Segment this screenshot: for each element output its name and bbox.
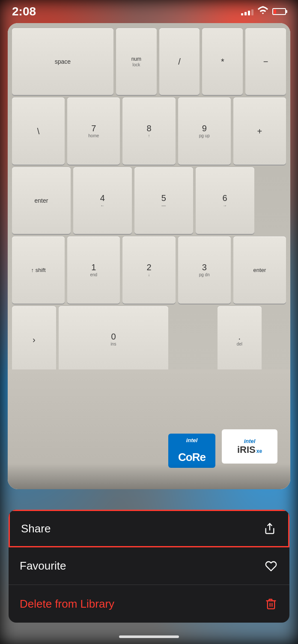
delete-action-item[interactable]: Delete from Library xyxy=(9,585,289,623)
delete-label: Delete from Library xyxy=(20,597,114,611)
key-4: 4 ← xyxy=(73,167,132,234)
key-plus: + xyxy=(233,97,286,164)
key-shift: ↑ shift xyxy=(12,236,65,303)
key-2: 2 ↓ xyxy=(122,236,175,303)
signal-icon xyxy=(241,8,253,15)
key-slash: / xyxy=(159,28,200,95)
intel-iris-sticker: intel iRIS xe xyxy=(222,429,277,464)
key-asterisk: * xyxy=(202,28,243,95)
key-numlock: num lock xyxy=(116,28,157,95)
action-sheet-container: Share Favourite Delete from Library xyxy=(0,510,298,644)
status-time: 2:08 xyxy=(12,5,36,18)
key-9: 9 pg up xyxy=(178,97,231,164)
key-1: 1 end xyxy=(67,236,120,303)
photo-frame: space num lock / * − \ xyxy=(8,23,290,489)
key-dot: . del xyxy=(218,306,262,373)
intel-core-sticker: intel CoRe xyxy=(168,434,215,468)
key-enter-left: enter xyxy=(12,167,71,234)
key-3: 3 pg dn xyxy=(178,236,231,303)
heart-icon xyxy=(264,559,278,573)
key-8: 8 ↑ xyxy=(122,97,175,164)
key-minus: − xyxy=(245,28,286,95)
status-icons xyxy=(241,5,286,19)
photo-gradient-overlay xyxy=(8,464,290,489)
key-6: 6 → xyxy=(196,167,254,234)
key-5: 5 — xyxy=(134,167,193,234)
key-arrow-right: › xyxy=(12,306,56,373)
key-7: 7 home xyxy=(67,97,120,164)
battery-icon xyxy=(272,8,286,15)
share-label: Share xyxy=(21,522,51,535)
status-bar: 2:08 xyxy=(0,0,298,23)
key-backslash: \ xyxy=(12,97,65,164)
trash-icon xyxy=(264,597,278,611)
favourite-action-item[interactable]: Favourite xyxy=(9,547,289,585)
key-space: space xyxy=(12,28,113,95)
favourite-label: Favourite xyxy=(20,559,66,573)
share-icon xyxy=(262,521,277,536)
share-action-item[interactable]: Share xyxy=(9,510,289,547)
key-enter-right: enter xyxy=(233,236,286,303)
wifi-icon xyxy=(257,5,269,19)
key-0: 0 ins xyxy=(59,306,169,373)
action-sheet: Share Favourite Delete from Library xyxy=(9,510,289,623)
